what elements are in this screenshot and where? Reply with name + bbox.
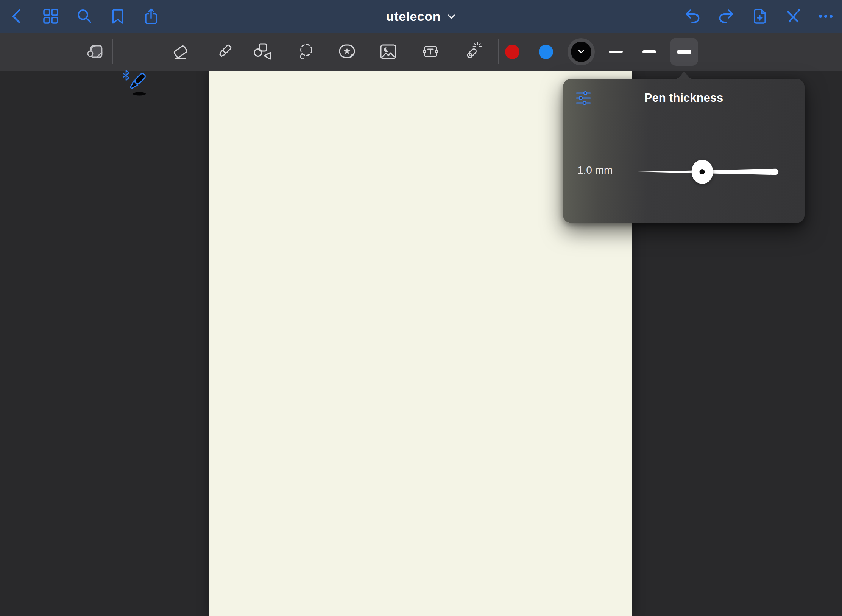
chevron-left-icon [8, 8, 26, 25]
image-tool[interactable] [376, 40, 401, 64]
laser-pointer-icon [462, 42, 482, 62]
pencil-crossed-icon [784, 8, 801, 25]
undo-icon [684, 8, 701, 25]
color-swatch-red[interactable] [505, 45, 519, 59]
highlighter-icon [214, 42, 233, 61]
pan-mode-icon [86, 42, 105, 61]
toolbar-separator [498, 39, 499, 64]
stickers-tool[interactable] [335, 40, 359, 64]
image-icon [379, 42, 398, 61]
shapes-icon [254, 42, 273, 61]
add-page-button[interactable] [748, 5, 770, 27]
popover-title: Pen thickness [563, 91, 805, 105]
highlighter-tool[interactable] [211, 40, 235, 64]
pen-thickness-slider-thumb[interactable] [691, 160, 713, 184]
pen-thickness-slider[interactable] [637, 160, 781, 183]
lasso-icon [296, 42, 315, 61]
chevron-down-icon [577, 49, 585, 54]
search-icon [75, 8, 93, 25]
slider-thumb-dot [700, 169, 705, 174]
share-button[interactable] [140, 5, 162, 27]
sliders-icon [575, 90, 592, 106]
document-title: utelecon [386, 9, 441, 24]
document-title-button[interactable]: utelecon [386, 0, 456, 33]
app-window: utelecon [0, 0, 842, 616]
popover-arrow [674, 71, 694, 79]
bookmark-icon [109, 8, 126, 25]
laser-pointer-tool[interactable] [460, 40, 484, 64]
pan-mode-tool[interactable] [84, 40, 108, 64]
eraser-icon [171, 42, 190, 61]
ellipsis-icon [817, 8, 834, 25]
medium-line-glyph [642, 50, 656, 53]
more-options-button[interactable] [815, 5, 837, 27]
pen-thickness-value: 1.0 mm [577, 164, 613, 176]
pen-tool[interactable] [124, 69, 148, 96]
redo-button[interactable] [715, 5, 737, 27]
bookmark-button[interactable] [107, 5, 129, 27]
thickness-thin-button[interactable] [603, 40, 628, 64]
color-swatch-blue[interactable] [539, 45, 553, 59]
grid-icon [42, 8, 59, 25]
thickness-medium-button[interactable] [637, 40, 661, 64]
search-button[interactable] [73, 5, 95, 27]
pen-thickness-popover: Pen thickness 1.0 mm [563, 79, 805, 223]
undo-button[interactable] [681, 5, 703, 27]
text-tool[interactable] [418, 40, 443, 64]
share-icon [142, 8, 160, 25]
tools-toolbar [0, 33, 842, 71]
bluetooth-icon [122, 70, 130, 81]
sticker-star-icon [338, 42, 357, 61]
text-icon [421, 42, 440, 61]
page-overview-button[interactable] [40, 5, 62, 27]
shapes-tool[interactable] [251, 40, 275, 64]
top-navigation-bar: utelecon [0, 0, 842, 33]
popover-header: Pen thickness [563, 79, 805, 117]
slider-settings-button[interactable] [575, 90, 592, 106]
toolbar-separator [112, 39, 113, 64]
add-page-icon [751, 8, 768, 25]
redo-icon [717, 8, 735, 25]
chevron-down-icon [447, 12, 456, 21]
back-button[interactable] [6, 5, 28, 27]
popover-body: 1.0 mm [563, 117, 805, 223]
thin-line-glyph [609, 51, 623, 53]
color-swatch-black-selected[interactable] [568, 38, 595, 65]
thickness-thick-button[interactable] [670, 38, 698, 66]
lasso-tool[interactable] [294, 40, 318, 64]
black-color-dot [571, 42, 591, 62]
thick-line-glyph [677, 50, 691, 54]
stylus-off-button[interactable] [781, 5, 803, 27]
eraser-tool[interactable] [168, 40, 193, 64]
